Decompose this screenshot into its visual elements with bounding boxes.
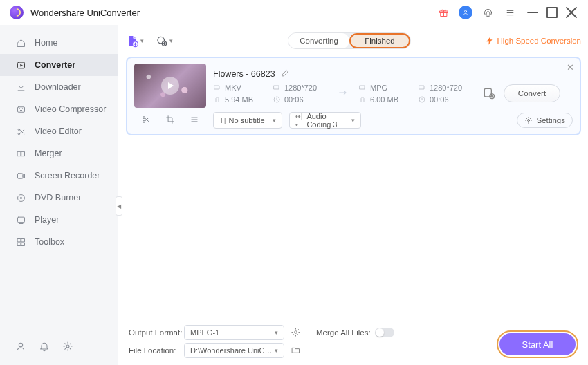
merge-label: Merge All Files: — [316, 328, 371, 337]
output-format-select[interactable]: MPEG-1▾ — [184, 325, 284, 340]
settings-button[interactable]: Settings — [517, 113, 573, 128]
account-avatar[interactable] — [458, 5, 473, 20]
merge-toggle[interactable] — [375, 328, 394, 337]
close-icon[interactable]: ✕ — [567, 62, 574, 73]
home-icon — [15, 37, 26, 48]
high-speed-toggle[interactable]: High Speed Conversion — [485, 36, 581, 46]
compressor-icon — [15, 104, 26, 115]
titlebar: Wondershare UniConverter — [0, 0, 588, 25]
chevron-down-icon: ▾ — [169, 37, 173, 44]
file-location-label: File Location: — [129, 346, 184, 355]
sidebar-item-label: DVD Burner — [35, 193, 81, 203]
tab-finished[interactable]: Finished — [349, 33, 410, 48]
sidebar-item-label: Merger — [35, 149, 62, 158]
support-icon[interactable] — [480, 5, 495, 20]
sidebar-item-label: Screen Recorder — [35, 171, 100, 180]
svg-rect-19 — [17, 173, 23, 178]
more-icon[interactable] — [190, 115, 199, 127]
svg-marker-13 — [20, 64, 23, 66]
toolbar: ▾ ▾ Converting Finished High Speed Conve… — [126, 29, 581, 53]
sidebar-item-downloader[interactable]: Downloader — [0, 76, 118, 98]
svg-rect-22 — [17, 217, 24, 223]
status-tabs: Converting Finished — [288, 32, 411, 49]
svg-rect-34 — [274, 86, 279, 89]
start-all-button[interactable]: Start All — [499, 333, 576, 355]
converter-icon — [15, 59, 26, 71]
add-url-button[interactable]: ▾ — [155, 32, 173, 50]
dvd-icon — [15, 192, 26, 203]
window-maximize[interactable] — [542, 3, 562, 22]
source-meta: MKV 1280*720 5.94 MB 00:06 — [213, 84, 328, 104]
svg-rect-36 — [360, 86, 365, 89]
svg-rect-33 — [214, 86, 219, 89]
output-format-label: Output Format: — [129, 328, 184, 337]
merger-icon — [15, 148, 26, 159]
sidebar-item-label: Video Editor — [35, 127, 82, 136]
play-icon — [161, 77, 179, 95]
open-folder-icon[interactable] — [288, 345, 302, 357]
sidebar-item-label: Converter — [35, 60, 75, 70]
sidebar-item-converter[interactable]: Converter — [0, 54, 118, 76]
download-icon — [15, 82, 26, 93]
trim-icon[interactable] — [141, 115, 151, 127]
file-location-select[interactable]: D:\Wondershare UniConverter▾ — [184, 343, 284, 358]
edit-name-icon[interactable] — [281, 68, 290, 79]
sidebar-item-label: Toolbox — [35, 237, 64, 247]
svg-point-21 — [20, 197, 22, 199]
format-settings-icon[interactable] — [288, 327, 302, 339]
svg-rect-17 — [17, 151, 20, 156]
svg-rect-25 — [21, 238, 24, 241]
window-close[interactable] — [562, 3, 581, 22]
svg-point-28 — [19, 343, 22, 346]
format-preset-icon[interactable] — [481, 86, 497, 101]
thumb-tools — [134, 115, 206, 127]
target-meta: MPG 1280*720 6.00 MB 00:06 — [358, 84, 473, 104]
scissors-icon — [15, 126, 26, 137]
svg-point-29 — [66, 345, 69, 348]
filename: Flowers - 66823 — [213, 69, 275, 79]
svg-rect-26 — [17, 243, 20, 245]
svg-point-47 — [294, 330, 297, 333]
svg-point-3 — [465, 10, 467, 12]
svg-point-46 — [528, 120, 530, 122]
svg-rect-27 — [21, 243, 24, 245]
sidebar-item-label: Player — [35, 215, 59, 225]
app-title: Wondershare UniConverter — [30, 8, 140, 18]
video-thumbnail[interactable] — [134, 64, 206, 108]
arrow-right-icon — [336, 87, 350, 100]
gear-icon[interactable] — [62, 341, 73, 354]
svg-point-20 — [17, 194, 24, 201]
convert-button[interactable]: Convert — [504, 84, 560, 102]
sidebar-item-editor[interactable]: Video Editor — [0, 120, 118, 142]
sidebar-item-recorder[interactable]: Screen Recorder — [0, 165, 118, 187]
svg-rect-18 — [21, 151, 24, 156]
sidebar-item-label: Downloader — [35, 82, 81, 92]
toolbox-icon — [15, 236, 26, 247]
subtitle-select[interactable]: T|No subtitle▾ — [213, 112, 282, 129]
svg-rect-37 — [419, 86, 424, 89]
profile-icon[interactable] — [15, 341, 26, 354]
sidebar-item-compressor[interactable]: Video Compressor — [0, 98, 118, 120]
svg-point-4 — [484, 9, 491, 16]
menu-icon[interactable] — [502, 5, 517, 20]
svg-rect-39 — [484, 88, 491, 97]
sidebar-item-home[interactable]: Home — [0, 32, 118, 54]
tab-converting[interactable]: Converting — [288, 33, 349, 48]
svg-rect-9 — [547, 8, 557, 17]
add-file-button[interactable]: ▾ — [126, 32, 144, 50]
bell-icon[interactable] — [39, 341, 50, 354]
sidebar-item-toolbox[interactable]: Toolbox — [0, 231, 118, 253]
sidebar-item-dvd[interactable]: DVD Burner — [0, 187, 118, 209]
sidebar: Home Converter Downloader Video Compress… — [0, 25, 118, 365]
gift-icon[interactable] — [436, 5, 451, 20]
player-icon — [15, 214, 26, 225]
chevron-down-icon: ▾ — [140, 37, 144, 44]
window-minimize[interactable] — [523, 3, 542, 22]
audio-select[interactable]: ••|•Audio Coding 3▾ — [289, 112, 361, 129]
sidebar-item-player[interactable]: Player — [0, 209, 118, 231]
crop-icon[interactable] — [165, 115, 175, 127]
sidebar-item-merger[interactable]: Merger — [0, 142, 118, 165]
svg-rect-24 — [17, 238, 20, 241]
file-card: ✕ Flowers - 66823 MKV 1280*720 5.94 MB — [126, 57, 581, 135]
main: ▾ ▾ Converting Finished High Speed Conve… — [118, 25, 588, 365]
